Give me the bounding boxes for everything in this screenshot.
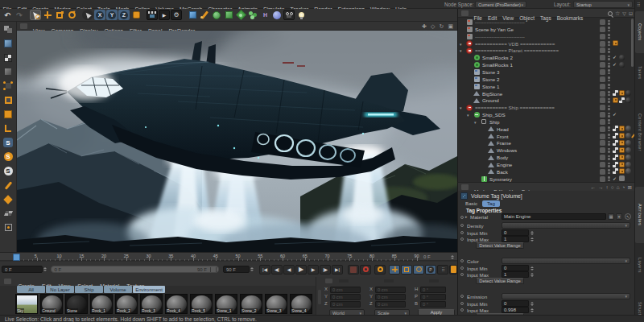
coord-field-p[interactable]: 0 ° — [420, 294, 446, 300]
visibility-dots[interactable] — [608, 34, 610, 39]
panel-icon[interactable] — [20, 23, 27, 29]
object-name[interactable]: Back — [497, 169, 508, 175]
material-field[interactable]: Main Engine — [502, 213, 606, 220]
coords-col-header[interactable] — [384, 279, 394, 283]
sphb-tag[interactable] — [625, 90, 631, 96]
layer-toggle[interactable] — [600, 112, 605, 118]
visibility-dots[interactable] — [608, 76, 610, 82]
expand-arrow-icon[interactable]: ▾ — [460, 48, 462, 53]
side-tab-content-browser[interactable]: Content Browser — [635, 92, 644, 172]
checker-tag[interactable] — [613, 126, 618, 131]
material-tab-all[interactable]: All — [17, 286, 45, 293]
detect-value-range-button[interactable]: Detect Value Range — [476, 278, 524, 284]
layer-toggle[interactable] — [600, 105, 605, 110]
enabled-check-icon[interactable]: ✓ — [613, 61, 617, 67]
attr-field[interactable]: 1 — [502, 236, 529, 242]
layer-toggle[interactable] — [600, 97, 605, 103]
render-picture-viewer-icon[interactable]: ▶ — [159, 10, 170, 20]
visibility-dots[interactable] — [608, 56, 610, 61]
layout-dropdown[interactable]: Startup▾ — [573, 1, 633, 8]
attr-grid-icon[interactable]: ⊞ — [628, 184, 632, 191]
object-row[interactable]: Stone 1 — [458, 83, 635, 90]
key-pla-button[interactable]: ⠿ — [437, 265, 448, 275]
orange-tag[interactable] — [619, 147, 625, 153]
last-tool-icon[interactable] — [82, 10, 93, 20]
zoom-view-icon[interactable]: ◇ — [431, 23, 435, 30]
layer-toggle[interactable] — [600, 91, 605, 97]
material-tab-no-layer[interactable]: No Layer — [46, 286, 74, 293]
side-tab-layers[interactable]: Layers — [635, 246, 644, 283]
object-row[interactable]: Head — [458, 126, 635, 133]
viewport-3d[interactable] — [17, 31, 457, 252]
coords-col-header[interactable] — [429, 279, 439, 283]
visibility-dots[interactable] — [608, 105, 610, 111]
object-name[interactable]: Frame — [497, 140, 511, 146]
coord-field-b[interactable]: 0 ° — [420, 301, 446, 308]
field-stepper[interactable] — [530, 307, 535, 314]
material-menu-icon[interactable]: ▾ — [616, 213, 622, 220]
pan-view-icon[interactable]: ✚ — [422, 23, 427, 30]
coord-field-x[interactable]: 0 cm — [330, 287, 361, 293]
lock-y-icon[interactable]: Y — [106, 10, 118, 20]
material-thumb[interactable]: Stone_2 — [240, 294, 262, 314]
go-start-button[interactable]: |◀ — [259, 265, 270, 275]
layer-toggle[interactable] — [600, 176, 605, 182]
layer-toggle[interactable] — [600, 19, 605, 25]
reset-dot[interactable] — [460, 259, 464, 262]
visibility-dots[interactable] — [608, 91, 610, 97]
orange-tag[interactable] — [619, 168, 625, 174]
sphb-tag[interactable] — [619, 62, 625, 68]
object-row[interactable]: Body — [458, 154, 635, 161]
layer-toggle[interactable] — [600, 34, 605, 39]
orange-tag[interactable] — [619, 90, 625, 96]
timeline-range-slider[interactable]: 0 F90 F — [51, 266, 219, 273]
sphb-tag[interactable] — [619, 55, 625, 60]
toggle-view-icon[interactable]: ▣ — [448, 23, 453, 30]
object-row[interactable]: ▾=========== Planet ============ — [458, 47, 635, 54]
object-row[interactable]: SmallRocks 1✓ — [458, 61, 635, 68]
object-name[interactable]: Stone 3 — [482, 69, 499, 75]
visibility-dots[interactable] — [608, 119, 610, 125]
lock-x-icon[interactable]: X — [94, 10, 105, 20]
object-row[interactable]: Back — [458, 168, 635, 175]
side-tab-attributes[interactable]: Attributes — [635, 187, 644, 243]
object-row[interactable]: ▾Ship_SDS✓ — [458, 111, 635, 118]
play-button[interactable]: ▶ — [295, 265, 307, 275]
key-position-button[interactable] — [389, 265, 400, 275]
visibility-dots[interactable] — [608, 169, 610, 175]
tweak-mode-icon[interactable] — [2, 180, 14, 192]
orange-tag[interactable] — [619, 155, 625, 160]
material-tab-volume[interactable]: Volume — [104, 286, 132, 293]
object-name[interactable]: Body — [497, 155, 508, 160]
record-active-button[interactable] — [360, 265, 371, 275]
range-handle[interactable] — [210, 267, 217, 272]
coords-handle[interactable] — [318, 290, 321, 304]
checker-tag[interactable] — [613, 155, 618, 160]
attr-up-icon[interactable]: ↑ — [605, 184, 608, 190]
coords-menu-icon[interactable] — [325, 279, 332, 283]
object-name[interactable]: =========== Planet ============ — [475, 47, 559, 53]
orange-tag[interactable] — [619, 140, 625, 146]
layer-toggle[interactable] — [600, 62, 605, 68]
color-dropdown[interactable]: ▾ — [502, 258, 630, 264]
attr-back-icon[interactable]: ← — [590, 184, 596, 190]
redo-icon[interactable]: ↷ — [14, 10, 25, 20]
material-browse-icon[interactable]: ▦ — [608, 213, 614, 220]
render-settings-icon[interactable]: ⚙ — [171, 10, 182, 20]
material-tab-ship[interactable]: Ship — [75, 286, 103, 293]
texture-mode-icon[interactable] — [2, 52, 14, 64]
layer-toggle[interactable] — [600, 162, 605, 167]
checker-tag[interactable] — [613, 147, 618, 153]
expand-arrow-icon[interactable]: ▾ — [460, 42, 462, 47]
gray-tag[interactable] — [619, 175, 625, 181]
visibility-dots[interactable] — [608, 41, 610, 47]
end-frame-field[interactable]: 90 F — [223, 266, 250, 273]
visibility-dots[interactable] — [608, 20, 610, 26]
prev-frame-button[interactable]: ◀ — [283, 265, 295, 275]
attr-panel-icon[interactable] — [461, 184, 469, 190]
object-name[interactable]: Head — [497, 126, 509, 132]
layer-toggle[interactable] — [600, 84, 605, 89]
object-row[interactable]: Windows — [458, 147, 635, 154]
autokey-button[interactable] — [374, 265, 386, 275]
object-row[interactable]: Stone 3 — [458, 68, 635, 76]
